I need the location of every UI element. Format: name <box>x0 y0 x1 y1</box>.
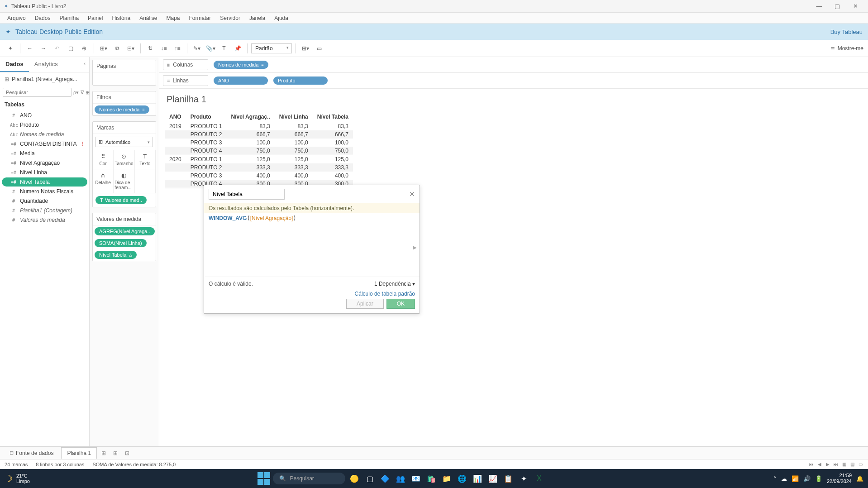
mark-cor[interactable]: ⠿Cor <box>93 150 114 169</box>
field-produto[interactable]: AbcProduto <box>2 120 87 129</box>
filter-pill[interactable]: Nomes de medida≡ <box>95 105 149 114</box>
menu-janela[interactable]: Janela <box>245 14 270 23</box>
table-row[interactable]: 2020PRODUTO 1125,0125,0125,0 <box>165 155 353 164</box>
view-list-icon[interactable]: ▭ <box>857 461 863 468</box>
col-header[interactable]: Produto <box>186 112 227 122</box>
app-copilot[interactable]: 🟡 <box>348 472 361 485</box>
menu-dados[interactable]: Dados <box>30 14 55 23</box>
view-film-icon[interactable]: ▤ <box>849 461 855 468</box>
field-nomes-de-medida[interactable]: AbcNomes de medida <box>2 130 87 139</box>
new-story-button[interactable]: ⊡ <box>122 448 132 458</box>
undo-button[interactable]: ↶ <box>51 43 63 54</box>
app-outlook[interactable]: 📧 <box>410 472 422 485</box>
shelf-pill-nomes-de-medida[interactable]: Nomes de medida≡ <box>214 61 268 69</box>
app-tableau[interactable]: ✦ <box>517 472 530 485</box>
mark-tamanho[interactable]: ⊙Tamanho <box>114 150 134 169</box>
tableau-icon[interactable]: ✦ <box>5 43 16 54</box>
cards-button[interactable]: ⊞▾ <box>300 43 311 54</box>
col-header[interactable]: Nível Agragaç.. <box>227 112 275 122</box>
sort-desc-button[interactable]: ↑≡ <box>172 43 183 54</box>
field-numero-notas-fiscais[interactable]: #Numero Notas Fiscais <box>2 187 87 196</box>
search-dropdown-icon[interactable]: ρ▾ <box>73 88 79 96</box>
app-misc2[interactable]: 📋 <box>502 472 515 485</box>
new-sheet-button[interactable]: ⊞▾ <box>98 43 110 54</box>
pin-button[interactable]: 📌 <box>232 43 243 54</box>
marks-pill-valores[interactable]: TValores de med.. <box>95 196 147 204</box>
nav-last-icon[interactable]: ⏭ <box>833 461 839 468</box>
nav-prev-icon[interactable]: ◀ <box>816 461 823 468</box>
field-media[interactable]: =#Media <box>2 149 87 158</box>
ok-button[interactable]: OK <box>386 299 415 309</box>
forward-button[interactable]: → <box>38 43 49 54</box>
menu-formatar[interactable]: Formatar <box>185 14 216 23</box>
menu-arquivo[interactable]: Arquivo <box>3 14 30 23</box>
menu-ajuda[interactable]: Ajuda <box>270 14 293 23</box>
shelf-pill-ano[interactable]: ANO <box>214 77 268 85</box>
col-header[interactable]: Nível Linha <box>275 112 313 122</box>
mark-texto[interactable]: TTexto <box>135 150 156 169</box>
weather-widget[interactable]: ☽ 21°C Limpo <box>5 473 30 484</box>
sheet-title[interactable]: Planilha 1 <box>159 89 868 110</box>
columns-shelf[interactable]: iiiColunas Nomes de medida≡ <box>159 57 868 73</box>
table-row[interactable]: PRODUTO 2666,7666,7666,7 <box>165 130 353 139</box>
table-row[interactable]: 2019PRODUTO 183,383,383,3 <box>165 122 353 131</box>
clear-button[interactable]: ⊟▾ <box>125 43 137 54</box>
mv-pill[interactable]: SOMA(Nível Linha) <box>95 239 147 247</box>
fit-select[interactable]: Padrão <box>251 43 292 53</box>
default-table-calc-link[interactable]: Cálculo de tabela padrão <box>355 291 415 297</box>
field-quantidade[interactable]: #Quantidade <box>2 196 87 206</box>
mv-pill[interactable]: AGREG(Nível Agraga.. <box>95 227 155 235</box>
mark-detalhe[interactable]: ⋔Detalhe <box>93 169 114 193</box>
calc-editor[interactable]: WINDOW_AVG([Nível Agragação]) ▶ <box>204 213 420 277</box>
new-data-button[interactable]: ⊕ <box>78 43 90 54</box>
tab-planilha1[interactable]: Planilha 1 <box>61 447 97 459</box>
field-planilha1-(contagem)[interactable]: #Planilha1 (Contagem) <box>2 206 87 215</box>
new-dashboard-button[interactable]: ⊞ <box>110 448 120 458</box>
app-copilot2[interactable]: 🔷 <box>379 472 391 485</box>
table-row[interactable]: PRODUTO 4750,0750,0750,0 <box>165 147 353 155</box>
battery-icon[interactable]: 🔋 <box>815 475 822 482</box>
menu-servidor[interactable]: Servidor <box>215 14 245 23</box>
field-contagem-distinta[interactable]: =#CONTAGEM DISTINTA! <box>2 139 87 148</box>
minimize-button[interactable]: — <box>810 0 828 13</box>
onedrive-icon[interactable]: ☁ <box>781 475 787 482</box>
group-button[interactable]: 📎▾ <box>205 43 216 54</box>
app-taskview[interactable]: ▢ <box>363 472 376 485</box>
menu-planilha[interactable]: Planilha <box>55 14 83 23</box>
app-powerbi[interactable]: 📈 <box>486 472 499 485</box>
sort-asc-button[interactable]: ↓≡ <box>158 43 170 54</box>
mark-type-select[interactable]: ⊞ Automático <box>95 137 153 147</box>
menu-análise[interactable]: Análise <box>135 14 162 23</box>
collapse-panel-button[interactable]: ‹ <box>80 57 89 72</box>
rows-shelf[interactable]: ≡Linhas ANOProduto <box>159 73 868 89</box>
nav-next-icon[interactable]: ▶ <box>825 461 831 468</box>
calc-name-input[interactable] <box>209 189 285 200</box>
menu-painel[interactable]: Painel <box>83 14 107 23</box>
nav-first-icon[interactable]: ⏮ <box>808 461 815 468</box>
table-row[interactable]: PRODUTO 3400,0400,0400,0 <box>165 172 353 180</box>
shelf-pill-produto[interactable]: Produto <box>273 77 328 85</box>
label-button[interactable]: T <box>218 43 230 54</box>
duplicate-button[interactable]: ⧉ <box>111 43 123 54</box>
expand-icon[interactable]: ▶ <box>413 245 417 250</box>
save-button[interactable]: ▢ <box>65 43 76 54</box>
field-nível-agragação[interactable]: =#Nível Agragação <box>2 158 87 167</box>
field-ano[interactable]: #ANO <box>2 111 87 120</box>
table-row[interactable]: PRODUTO 3100,0100,0100,0 <box>165 139 353 147</box>
start-button[interactable] <box>258 472 270 485</box>
field-nível-tabela[interactable]: =#Nível Tabela <box>2 177 87 187</box>
show-me-button[interactable]: ≣ Mostre-me <box>830 45 863 52</box>
field-valores-de-medida[interactable]: #Valores de medida <box>2 215 87 225</box>
col-header[interactable]: Nível Tabela <box>313 112 353 122</box>
tab-datasource[interactable]: ⊟Fonte de dados <box>4 447 59 459</box>
calc-dependency-dropdown[interactable]: 1 Dependência ▾ <box>374 281 415 287</box>
taskbar-search[interactable]: 🔍Pesquisar <box>273 473 345 484</box>
field-nível-linha[interactable]: =#Nível Linha <box>2 168 87 177</box>
close-icon[interactable]: ✕ <box>409 190 415 198</box>
buy-tableau-link[interactable]: Buy Tableau <box>830 29 863 35</box>
app-chrome[interactable]: 🌐 <box>456 472 468 485</box>
data-source[interactable]: ⊞ Planilha1 (Niveis_Agrega... <box>0 72 89 86</box>
mv-pill[interactable]: Nível Tabela△ <box>95 251 137 259</box>
tab-dados[interactable]: Dados <box>0 57 29 72</box>
volume-icon[interactable]: 🔊 <box>803 475 811 482</box>
